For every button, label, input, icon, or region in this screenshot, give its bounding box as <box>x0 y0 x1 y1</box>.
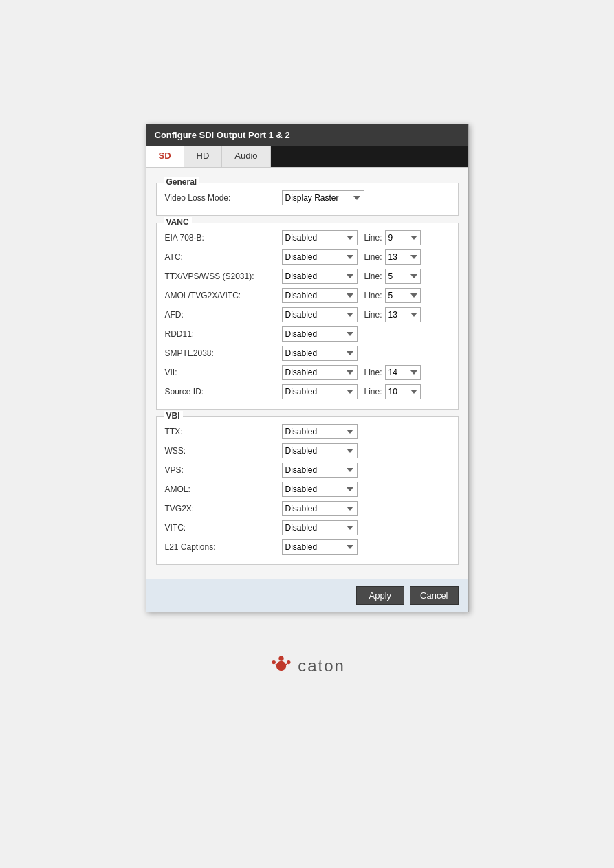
vanc-line-select-4[interactable]: 13591014 <box>385 307 421 322</box>
vanc-label-5: RDD11: <box>165 329 282 339</box>
vanc-line-select-8[interactable]: 10591314 <box>385 384 421 399</box>
page-wrapper: Configure SDI Output Port 1 & 2 SD HD Au… <box>14 14 600 678</box>
video-loss-mode-label: Video Loss Mode: <box>165 193 282 203</box>
vanc-line-select-2[interactable]: 59101314 <box>385 269 421 284</box>
vanc-row-2: TTX/VPS/WSS (S2031): DisabledEnabled Lin… <box>165 269 450 284</box>
vanc-select-6[interactable]: DisabledEnabled <box>282 346 358 361</box>
vanc-label-3: AMOL/TVG2X/VITC: <box>165 291 282 300</box>
vanc-line-label-2: Line: <box>364 271 382 281</box>
vanc-row-4: AFD: DisabledEnabled Line: 13591014 <box>165 307 450 322</box>
general-section: General Video Loss Mode: Display Raster … <box>156 183 459 216</box>
vanc-line-select-0[interactable]: 95101314 <box>385 230 421 245</box>
vbi-label-4: TVG2X: <box>165 504 282 513</box>
dialog-body: General Video Loss Mode: Display Raster … <box>146 168 468 579</box>
vbi-label-3: AMOL: <box>165 485 282 494</box>
logo-area: caton <box>269 654 345 678</box>
vbi-label-2: VPS: <box>165 465 282 475</box>
vanc-line-label-1: Line: <box>364 252 382 262</box>
vanc-label-0: EIA 708-B: <box>165 233 282 243</box>
dialog-title: Configure SDI Output Port 1 & 2 <box>155 130 290 140</box>
vanc-row-0: EIA 708-B: DisabledEnabled Line: 9510131… <box>165 230 450 245</box>
vbi-row-3: AMOL: DisabledEnabled <box>165 482 450 497</box>
vbi-select-1[interactable]: DisabledEnabled <box>282 443 358 458</box>
vbi-row-5: VITC: DisabledEnabled <box>165 520 450 535</box>
caton-logo-icon <box>269 654 294 678</box>
vanc-line-label-0: Line: <box>364 233 382 243</box>
vanc-row-7: VII: DisabledEnabled Line: 14591013 <box>165 365 450 380</box>
vbi-row-1: WSS: DisabledEnabled <box>165 443 450 458</box>
vanc-label-1: ATC: <box>165 252 282 262</box>
vanc-row-8: Source ID: DisabledEnabled Line: 1059131… <box>165 384 450 399</box>
vbi-row-6: L21 Captions: DisabledEnabled <box>165 539 450 555</box>
vbi-section: VBI TTX: DisabledEnabled WSS: DisabledEn… <box>156 416 459 565</box>
general-section-title: General <box>164 177 200 187</box>
vanc-select-0[interactable]: DisabledEnabled <box>282 230 358 245</box>
tab-bar: SD HD Audio <box>146 146 468 168</box>
tab-spacer <box>271 146 468 167</box>
caton-logo-text: caton <box>298 656 345 676</box>
vbi-section-title: VBI <box>164 411 183 421</box>
vbi-select-0[interactable]: DisabledEnabled <box>282 424 358 439</box>
vbi-label-1: WSS: <box>165 446 282 456</box>
vanc-select-7[interactable]: DisabledEnabled <box>282 365 358 380</box>
vbi-select-5[interactable]: DisabledEnabled <box>282 520 358 535</box>
vanc-line-label-3: Line: <box>364 291 382 300</box>
vanc-select-1[interactable]: DisabledEnabled <box>282 249 358 265</box>
vanc-line-select-3[interactable]: 59101314 <box>385 288 421 303</box>
vbi-row-2: VPS: DisabledEnabled <box>165 463 450 478</box>
vbi-row-4: TVG2X: DisabledEnabled <box>165 501 450 516</box>
vanc-row-3: AMOL/TVG2X/VITC: DisabledEnabled Line: 5… <box>165 288 450 303</box>
vanc-label-7: VII: <box>165 368 282 377</box>
vanc-select-4[interactable]: DisabledEnabled <box>282 307 358 322</box>
vbi-select-3[interactable]: DisabledEnabled <box>282 482 358 497</box>
vanc-section: VANC EIA 708-B: DisabledEnabled Line: 95… <box>156 223 459 410</box>
vbi-label-0: TTX: <box>165 427 282 436</box>
tab-sd[interactable]: SD <box>146 146 184 167</box>
vanc-row-6: SMPTE2038: DisabledEnabled <box>165 346 450 361</box>
dialog-titlebar: Configure SDI Output Port 1 & 2 <box>146 124 468 146</box>
vanc-select-2[interactable]: DisabledEnabled <box>282 269 358 284</box>
vanc-line-label-4: Line: <box>364 310 382 320</box>
vanc-label-4: AFD: <box>165 310 282 320</box>
vanc-line-select-1[interactable]: 13591014 <box>385 249 421 265</box>
apply-button[interactable]: Apply <box>356 586 405 605</box>
dialog-footer: Apply Cancel <box>146 579 468 612</box>
vanc-row-5: RDD11: DisabledEnabled <box>165 326 450 342</box>
vanc-label-8: Source ID: <box>165 387 282 397</box>
vbi-select-2[interactable]: DisabledEnabled <box>282 463 358 478</box>
vbi-select-6[interactable]: DisabledEnabled <box>282 539 358 555</box>
svg-point-1 <box>279 656 284 661</box>
vanc-row-1: ATC: DisabledEnabled Line: 13591014 <box>165 249 450 265</box>
vbi-label-6: L21 Captions: <box>165 542 282 552</box>
vanc-label-6: SMPTE2038: <box>165 348 282 358</box>
vanc-select-3[interactable]: DisabledEnabled <box>282 288 358 303</box>
vbi-label-5: VITC: <box>165 523 282 533</box>
cancel-button[interactable]: Cancel <box>410 586 458 605</box>
video-loss-mode-select[interactable]: Display Raster Black Blue <box>282 190 364 205</box>
tab-audio[interactable]: Audio <box>222 146 270 167</box>
vanc-line-select-7[interactable]: 14591013 <box>385 365 421 380</box>
svg-point-2 <box>287 660 290 664</box>
vanc-label-2: TTX/VPS/WSS (S2031): <box>165 271 282 281</box>
svg-point-3 <box>272 660 276 664</box>
tab-hd[interactable]: HD <box>184 146 223 167</box>
vanc-section-title: VANC <box>164 217 192 227</box>
vanc-line-label-8: Line: <box>364 387 382 397</box>
video-loss-mode-row: Video Loss Mode: Display Raster Black Bl… <box>165 190 450 205</box>
vanc-select-5[interactable]: DisabledEnabled <box>282 326 358 342</box>
vanc-line-label-7: Line: <box>364 368 382 377</box>
configure-dialog: Configure SDI Output Port 1 & 2 SD HD Au… <box>146 124 469 612</box>
caton-logo: caton <box>269 654 345 678</box>
vbi-row-0: TTX: DisabledEnabled <box>165 424 450 439</box>
vbi-select-4[interactable]: DisabledEnabled <box>282 501 358 516</box>
vanc-select-8[interactable]: DisabledEnabled <box>282 384 358 399</box>
